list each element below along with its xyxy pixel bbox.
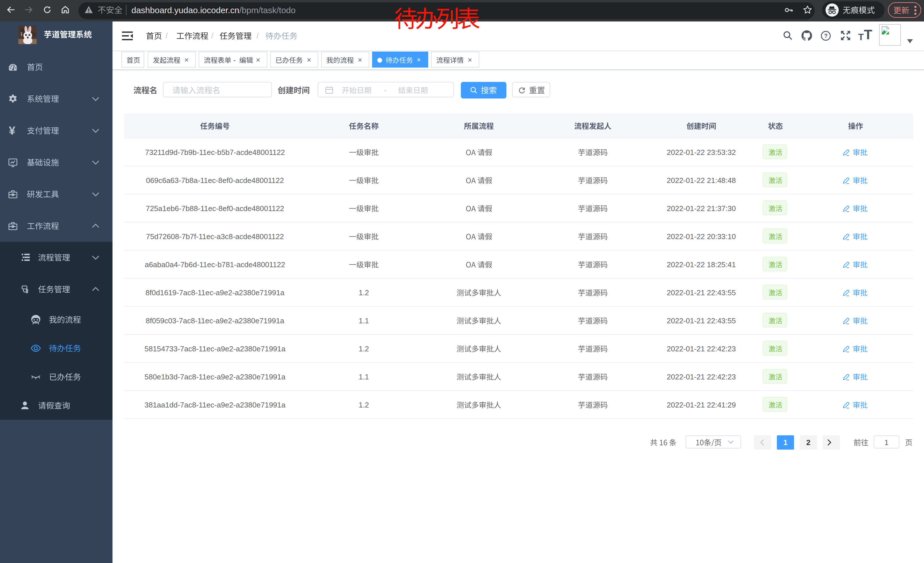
- svg-text:?: ?: [824, 33, 828, 39]
